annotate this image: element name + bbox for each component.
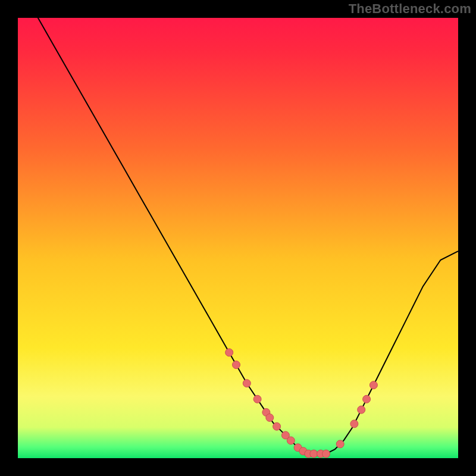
curve-marker (350, 420, 358, 428)
curve-marker (363, 395, 371, 403)
curve-marker (226, 349, 233, 356)
curve-marker (336, 440, 344, 448)
curve-marker (310, 450, 318, 458)
curve-marker (273, 422, 281, 430)
attribution-watermark: TheBottleneck.com (349, 1, 471, 17)
curve-marker (369, 381, 377, 389)
bottleneck-chart (0, 0, 476, 476)
curve-marker (287, 437, 295, 444)
plot-background (18, 18, 458, 458)
curve-marker (322, 450, 330, 458)
curve-marker (243, 380, 250, 387)
curve-marker (266, 414, 274, 421)
curve-marker (233, 361, 240, 369)
curve-marker (358, 406, 365, 414)
chart-frame: TheBottleneck.com (0, 0, 476, 476)
curve-marker (253, 395, 261, 403)
